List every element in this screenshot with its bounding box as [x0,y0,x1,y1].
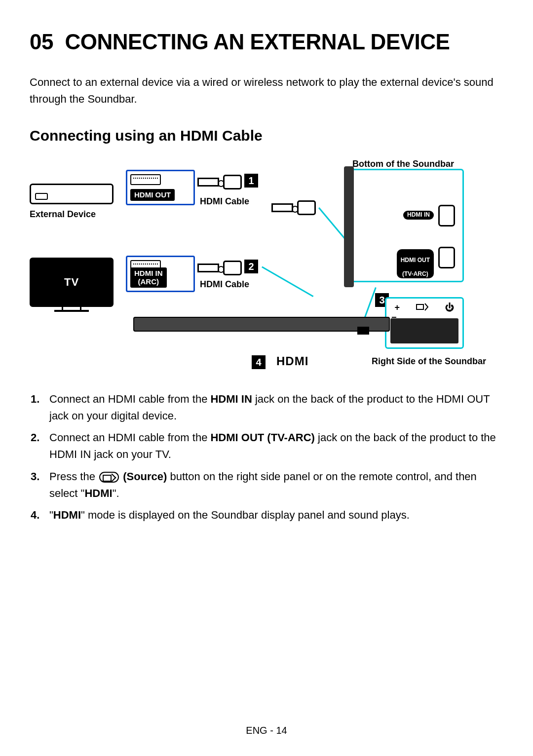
tv-label: TV [64,276,79,289]
external-device-icon [30,184,114,204]
soundbar-bottom-label: Bottom of the Soundbar [352,159,454,169]
instruction-list: Connect an HDMI cable from the HDMI IN j… [30,391,503,524]
intro-paragraph: Connect to an external device via a wire… [30,74,503,108]
step-badge-1: 1 [244,174,258,188]
step-3: Press the (Source) button on the right s… [44,468,503,502]
soundbar-body-icon [344,166,354,287]
hdmi-mode-label: HDMI [276,354,308,368]
soundbar-right-panel: + ⏻ − [385,297,464,349]
chapter-title-text: CONNECTING AN EXTERNAL DEVICE [65,30,450,54]
hdmi-in-arc-port-box: HDMI IN (ARC) [126,256,195,292]
step-2: Connect an HDMI cable from the HDMI OUT … [44,429,503,463]
step-1: Connect an HDMI cable from the HDMI IN j… [44,391,503,424]
step-badge-2: 2 [244,260,258,273]
hdmi-connector-icon [271,199,316,217]
hdmi-in-port-icon [438,205,455,227]
tv-screen: TV [30,258,114,307]
external-device-label: External Device [30,209,123,220]
hdmi-cable-label-1: HDMI Cable [200,196,249,207]
external-device: External Device [30,184,123,220]
hdmi-out-tvarc-port-icon [438,247,455,268]
soundbar-display-icon [357,327,369,335]
connection-diagram: External Device TV HDMI OUT HDMI IN (ARC… [30,159,494,376]
svg-rect-0 [417,304,423,309]
hdmi-in-port-label: HDMI IN [403,211,434,220]
soundbar-right-label: Right Side of the Soundbar [372,356,486,367]
soundbar-bottom-panel: HDMI IN HDMI OUT (TV-ARC) [350,169,464,282]
hdmi-in-arc-label: HDMI IN (ARC) [130,267,167,288]
side-button-row: + ⏻ [386,302,462,314]
section-title: Connecting using an HDMI Cable [30,127,503,144]
hdmi-out-port-box: HDMI OUT [126,170,195,205]
power-icon: ⏻ [445,302,454,314]
hdmi-out-tvarc-port-label: HDMI OUT (TV-ARC) [397,249,434,278]
chapter-number: 05 [30,30,53,54]
soundbar-front-icon [133,317,390,332]
soundbar-side-body-icon [390,318,458,343]
hdmi-cable-label-2: HDMI Cable [200,279,249,290]
hdmi-plug-icon [130,174,161,185]
connection-line [363,287,377,320]
tv: TV [30,258,114,312]
step-4: "HDMI" mode is displayed on the Soundbar… [44,507,503,524]
source-icon [416,302,429,314]
hdmi-connector-icon [197,174,242,191]
source-icon [99,472,119,483]
tv-stand-icon [54,307,89,312]
connection-line [262,266,313,298]
hdmi-out-label: HDMI OUT [130,189,175,201]
page-footer: ENG - 14 [0,725,533,736]
step-badge-4: 4 [252,355,266,369]
chapter-title: 05 CONNECTING AN EXTERNAL DEVICE [30,30,503,54]
hdmi-connector-icon [197,260,242,277]
